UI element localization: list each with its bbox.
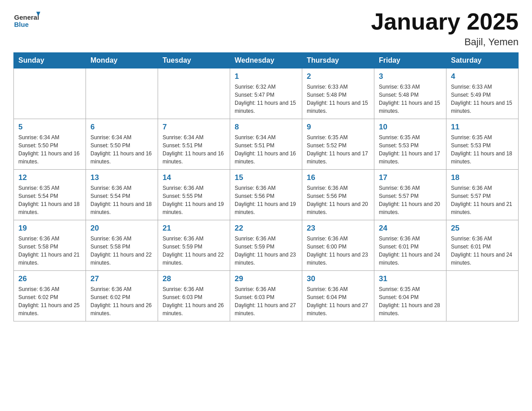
logo-icon: General Blue (13, 9, 40, 31)
day-number: 30 (307, 274, 369, 283)
day-info: Sunrise: 6:34 AMSunset: 5:51 PMDaylight:… (235, 133, 297, 166)
day-info: Sunrise: 6:35 AMSunset: 5:52 PMDaylight:… (307, 133, 369, 166)
day-info: Sunrise: 6:35 AMSunset: 5:53 PMDaylight:… (451, 133, 514, 166)
day-number: 21 (163, 224, 225, 233)
day-info: Sunrise: 6:36 AMSunset: 5:59 PMDaylight:… (235, 235, 297, 267)
calendar-day-cell: 28Sunrise: 6:36 AMSunset: 6:03 PMDayligh… (158, 271, 230, 321)
day-number: 29 (235, 274, 297, 283)
day-number: 17 (379, 173, 442, 182)
page-header: General Blue January 2025 Bajil, Yemen (13, 9, 519, 48)
calendar-day-cell: 3Sunrise: 6:33 AMSunset: 5:48 PMDaylight… (374, 68, 446, 119)
day-number: 15 (235, 173, 297, 182)
day-number: 28 (163, 274, 225, 283)
day-info: Sunrise: 6:32 AMSunset: 5:47 PMDaylight:… (235, 83, 297, 115)
calendar-day-cell: 4Sunrise: 6:33 AMSunset: 5:49 PMDaylight… (446, 68, 519, 119)
logo-area: General Blue (13, 9, 40, 31)
day-info: Sunrise: 6:36 AMSunset: 6:01 PMDaylight:… (379, 235, 442, 267)
calendar-header-row: SundayMondayTuesdayWednesdayThursdayFrid… (14, 53, 519, 68)
day-number: 18 (451, 173, 514, 182)
day-number: 9 (307, 123, 369, 132)
day-number: 16 (307, 173, 369, 182)
day-info: Sunrise: 6:36 AMSunset: 5:58 PMDaylight:… (18, 235, 81, 267)
calendar-day-cell: 1Sunrise: 6:32 AMSunset: 5:47 PMDaylight… (230, 68, 302, 119)
calendar-day-cell: 10Sunrise: 6:35 AMSunset: 5:53 PMDayligh… (374, 119, 446, 170)
day-info: Sunrise: 6:36 AMSunset: 6:00 PMDaylight:… (307, 235, 369, 267)
calendar-day-cell: 22Sunrise: 6:36 AMSunset: 5:59 PMDayligh… (230, 220, 302, 271)
calendar-day-cell: 25Sunrise: 6:36 AMSunset: 6:01 PMDayligh… (446, 220, 519, 271)
day-number: 23 (307, 224, 369, 233)
day-number: 22 (235, 224, 297, 233)
day-info: Sunrise: 6:36 AMSunset: 5:55 PMDaylight:… (163, 184, 225, 216)
calendar-day-cell: 15Sunrise: 6:36 AMSunset: 5:56 PMDayligh… (230, 170, 302, 220)
day-info: Sunrise: 6:36 AMSunset: 6:01 PMDaylight:… (451, 235, 514, 267)
calendar-week-row: 26Sunrise: 6:36 AMSunset: 6:02 PMDayligh… (14, 271, 519, 321)
day-info: Sunrise: 6:36 AMSunset: 5:57 PMDaylight:… (379, 184, 442, 216)
calendar-week-row: 5Sunrise: 6:34 AMSunset: 5:50 PMDaylight… (14, 119, 519, 170)
calendar-day-cell: 29Sunrise: 6:36 AMSunset: 6:03 PMDayligh… (230, 271, 302, 321)
day-info: Sunrise: 6:36 AMSunset: 6:04 PMDaylight:… (307, 285, 369, 317)
calendar-day-cell: 24Sunrise: 6:36 AMSunset: 6:01 PMDayligh… (374, 220, 446, 271)
day-number: 24 (379, 224, 442, 233)
day-info: Sunrise: 6:33 AMSunset: 5:48 PMDaylight:… (307, 83, 369, 115)
calendar-day-cell: 19Sunrise: 6:36 AMSunset: 5:58 PMDayligh… (14, 220, 86, 271)
day-number: 19 (18, 224, 81, 233)
calendar-day-cell (86, 68, 158, 119)
title-area: January 2025 Bajil, Yemen (371, 9, 519, 48)
calendar-day-cell: 23Sunrise: 6:36 AMSunset: 6:00 PMDayligh… (302, 220, 374, 271)
day-info: Sunrise: 6:36 AMSunset: 5:54 PMDaylight:… (90, 184, 153, 216)
day-info: Sunrise: 6:33 AMSunset: 5:49 PMDaylight:… (451, 83, 514, 115)
day-number: 20 (90, 224, 153, 233)
calendar-day-cell (158, 68, 230, 119)
day-number: 7 (163, 123, 225, 132)
day-number: 2 (307, 72, 369, 81)
calendar-day-cell (446, 271, 519, 321)
day-number: 8 (235, 123, 297, 132)
calendar-day-cell: 27Sunrise: 6:36 AMSunset: 6:02 PMDayligh… (86, 271, 158, 321)
calendar-day-cell: 5Sunrise: 6:34 AMSunset: 5:50 PMDaylight… (14, 119, 86, 170)
day-info: Sunrise: 6:35 AMSunset: 5:53 PMDaylight:… (379, 133, 442, 166)
calendar-week-row: 19Sunrise: 6:36 AMSunset: 5:58 PMDayligh… (14, 220, 519, 271)
day-info: Sunrise: 6:36 AMSunset: 5:58 PMDaylight:… (90, 235, 153, 267)
day-info: Sunrise: 6:36 AMSunset: 6:02 PMDaylight:… (90, 285, 153, 317)
day-info: Sunrise: 6:34 AMSunset: 5:51 PMDaylight:… (163, 133, 225, 166)
calendar-day-cell: 21Sunrise: 6:36 AMSunset: 5:59 PMDayligh… (158, 220, 230, 271)
svg-text:Blue: Blue (14, 21, 29, 28)
calendar-table: SundayMondayTuesdayWednesdayThursdayFrid… (13, 52, 519, 321)
day-number: 6 (90, 123, 153, 132)
calendar-day-cell: 11Sunrise: 6:35 AMSunset: 5:53 PMDayligh… (446, 119, 519, 170)
day-number: 13 (90, 173, 153, 182)
calendar-day-cell (14, 68, 86, 119)
day-info: Sunrise: 6:36 AMSunset: 5:56 PMDaylight:… (235, 184, 297, 216)
calendar-day-header: Tuesday (158, 53, 230, 68)
calendar-day-cell: 9Sunrise: 6:35 AMSunset: 5:52 PMDaylight… (302, 119, 374, 170)
calendar-day-cell: 12Sunrise: 6:35 AMSunset: 5:54 PMDayligh… (14, 170, 86, 220)
day-info: Sunrise: 6:36 AMSunset: 5:56 PMDaylight:… (307, 184, 369, 216)
day-info: Sunrise: 6:35 AMSunset: 6:04 PMDaylight:… (379, 285, 442, 317)
day-info: Sunrise: 6:35 AMSunset: 5:54 PMDaylight:… (18, 184, 81, 216)
calendar-day-cell: 13Sunrise: 6:36 AMSunset: 5:54 PMDayligh… (86, 170, 158, 220)
day-number: 10 (379, 123, 442, 132)
calendar-day-cell: 31Sunrise: 6:35 AMSunset: 6:04 PMDayligh… (374, 271, 446, 321)
day-number: 4 (451, 72, 514, 81)
calendar-day-cell: 2Sunrise: 6:33 AMSunset: 5:48 PMDaylight… (302, 68, 374, 119)
day-info: Sunrise: 6:34 AMSunset: 5:50 PMDaylight:… (90, 133, 153, 166)
day-number: 3 (379, 72, 442, 81)
day-info: Sunrise: 6:36 AMSunset: 5:57 PMDaylight:… (451, 184, 514, 216)
day-number: 14 (163, 173, 225, 182)
subtitle: Bajil, Yemen (371, 36, 519, 48)
day-info: Sunrise: 6:36 AMSunset: 6:02 PMDaylight:… (18, 285, 81, 317)
calendar-day-header: Saturday (446, 53, 519, 68)
day-info: Sunrise: 6:33 AMSunset: 5:48 PMDaylight:… (379, 83, 442, 115)
day-info: Sunrise: 6:36 AMSunset: 5:59 PMDaylight:… (163, 235, 225, 267)
calendar-week-row: 1Sunrise: 6:32 AMSunset: 5:47 PMDaylight… (14, 68, 519, 119)
day-info: Sunrise: 6:36 AMSunset: 6:03 PMDaylight:… (235, 285, 297, 317)
calendar-day-cell: 16Sunrise: 6:36 AMSunset: 5:56 PMDayligh… (302, 170, 374, 220)
main-title: January 2025 (371, 9, 519, 34)
calendar-day-cell: 6Sunrise: 6:34 AMSunset: 5:50 PMDaylight… (86, 119, 158, 170)
calendar-day-cell: 18Sunrise: 6:36 AMSunset: 5:57 PMDayligh… (446, 170, 519, 220)
calendar-day-header: Monday (86, 53, 158, 68)
svg-text:General: General (14, 13, 39, 21)
calendar-day-cell: 20Sunrise: 6:36 AMSunset: 5:58 PMDayligh… (86, 220, 158, 271)
day-number: 5 (18, 123, 81, 132)
calendar-day-cell: 8Sunrise: 6:34 AMSunset: 5:51 PMDaylight… (230, 119, 302, 170)
